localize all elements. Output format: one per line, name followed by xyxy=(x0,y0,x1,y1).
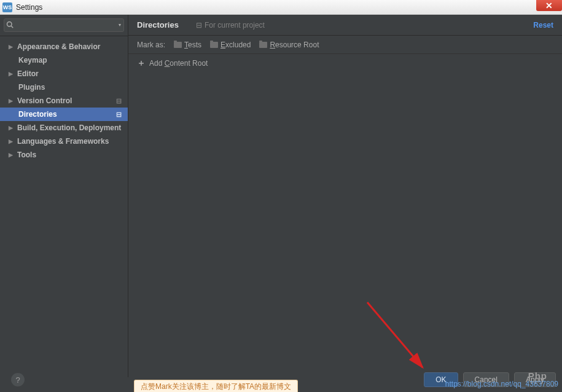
sidebar-item-appearance[interactable]: ▶Appearance & Behavior xyxy=(0,40,128,53)
search-input[interactable] xyxy=(4,18,124,32)
svg-point-0 xyxy=(7,22,12,27)
sidebar-item-label: Languages & Frameworks xyxy=(17,137,109,146)
main-area: ▾ ▶Appearance & Behavior Keymap ▶Editor … xyxy=(0,15,562,377)
close-button[interactable]: ✕ xyxy=(536,0,562,11)
sidebar-item-label: Version Control xyxy=(17,96,72,105)
sidebar-item-label: Plugins xyxy=(18,83,45,92)
sidebar-item-keymap[interactable]: Keymap xyxy=(0,53,128,67)
sidebar-item-label: Tools xyxy=(17,151,36,159)
arrow-icon: ▶ xyxy=(9,71,15,77)
sidebar-item-directories[interactable]: Directories⊟ xyxy=(0,108,128,121)
project-badge-icon: ⊟ xyxy=(116,97,122,105)
help-button[interactable]: ? xyxy=(11,373,25,386)
project-badge-icon: ⊟ xyxy=(196,21,202,29)
svg-line-1 xyxy=(11,26,13,28)
page-subtitle: ⊟ For current project xyxy=(196,21,265,29)
arrow-icon: ▶ xyxy=(9,152,15,158)
search-icon xyxy=(6,21,14,30)
sidebar-item-label: Keymap xyxy=(18,56,47,65)
plus-icon: ＋ xyxy=(137,58,146,69)
sidebar-item-version-control[interactable]: ▶Version Control⊟ xyxy=(0,94,128,108)
titlebar: WS Settings ✕ xyxy=(0,0,562,15)
subtitle-text: For current project xyxy=(205,21,265,29)
bottom-banner: 点赞Mark关注该博主，随时了解TA的最新博文 xyxy=(134,380,298,392)
mark-tests[interactable]: Tests xyxy=(174,41,201,49)
mark-as-label: Mark as: xyxy=(137,41,165,49)
folder-icon xyxy=(210,42,218,48)
arrow-icon: ▶ xyxy=(9,125,15,131)
arrow-icon: ▶ xyxy=(9,98,15,104)
folder-icon xyxy=(259,42,267,48)
mark-as-row: Mark as: Tests Excluded Resource Root xyxy=(128,36,562,54)
chevron-down-icon[interactable]: ▾ xyxy=(119,22,121,28)
add-content-root[interactable]: ＋ Add Content Root xyxy=(128,54,562,73)
page-title: Directories xyxy=(137,20,179,29)
sidebar-item-plugins[interactable]: Plugins xyxy=(0,80,128,94)
arrow-icon: ▶ xyxy=(9,138,15,144)
settings-tree: ▶Appearance & Behavior Keymap ▶Editor Pl… xyxy=(0,36,128,377)
app-icon: WS xyxy=(2,2,12,12)
sidebar-item-label: Editor xyxy=(17,69,39,78)
sidebar-item-build[interactable]: ▶Build, Execution, Deployment xyxy=(0,121,128,135)
sidebar-item-label: Appearance & Behavior xyxy=(17,42,100,51)
search-row: ▾ xyxy=(0,15,128,36)
project-badge-icon: ⊟ xyxy=(116,111,122,119)
reset-link[interactable]: Reset xyxy=(533,21,553,29)
arrow-icon: ▶ xyxy=(9,44,15,50)
content-panel: Directories ⊟ For current project Reset … xyxy=(128,15,562,377)
sidebar-item-label: Build, Execution, Deployment xyxy=(17,123,121,132)
mark-excluded[interactable]: Excluded xyxy=(210,41,251,49)
sidebar-item-editor[interactable]: ▶Editor xyxy=(0,67,128,80)
sidebar-item-languages[interactable]: ▶Languages & Frameworks xyxy=(0,135,128,148)
window-title: Settings xyxy=(16,3,42,12)
sidebar-item-label: Directories xyxy=(18,110,57,119)
content-header: Directories ⊟ For current project Reset xyxy=(128,15,562,36)
url-watermark: https://blog.csdn.net/qq_43637809 xyxy=(445,380,558,388)
settings-sidebar: ▾ ▶Appearance & Behavior Keymap ▶Editor … xyxy=(0,15,128,377)
folder-icon xyxy=(174,42,182,48)
sidebar-item-tools[interactable]: ▶Tools xyxy=(0,148,128,162)
mark-resource-root[interactable]: Resource Root xyxy=(259,41,319,49)
